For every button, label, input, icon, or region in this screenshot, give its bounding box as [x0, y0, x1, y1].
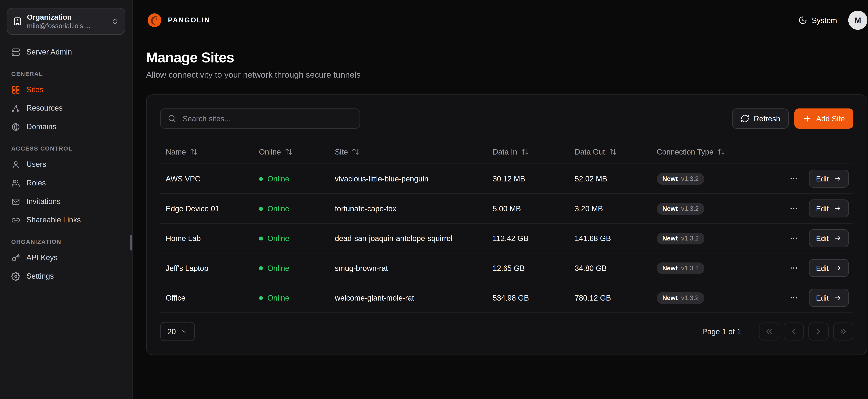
table-row: Jeff's Laptop Online smug-brown-rat 12.6…	[160, 253, 853, 283]
sidebar-item-invitations[interactable]: Invitations	[7, 192, 125, 211]
plus-icon	[803, 114, 812, 123]
site-slug-cell: smug-brown-rat	[329, 264, 487, 272]
search-box	[160, 109, 360, 129]
connection-version: v1.3.2	[681, 235, 699, 242]
org-switcher-value: milo@fossorial.io's ...	[27, 22, 106, 30]
sidebar-item-label: Invitations	[26, 197, 61, 206]
chevrons-right-icon	[839, 327, 848, 336]
connection-name: Newt	[662, 265, 678, 272]
column-label: Data Out	[575, 147, 605, 156]
row-menu-button[interactable]	[785, 200, 803, 218]
sidebar-item-label: Roles	[26, 178, 46, 188]
column-header-data-out[interactable]: Data Out	[569, 147, 651, 156]
sidebar-item-domains[interactable]: Domains	[7, 117, 125, 136]
sidebar-item-server-admin[interactable]: Server Admin	[7, 43, 125, 61]
sort-icon	[285, 148, 293, 156]
connection-name: Newt	[662, 235, 678, 242]
status-label: Online	[267, 294, 289, 302]
add-site-label: Add Site	[816, 115, 845, 123]
sort-icon	[521, 148, 529, 156]
previous-page-button[interactable]	[784, 323, 804, 340]
sidebar-item-label: Shareable Links	[26, 215, 81, 225]
chevrons-left-icon	[765, 327, 774, 336]
last-page-button[interactable]	[833, 323, 853, 340]
pangolin-logo-icon	[146, 12, 163, 29]
online-dot-icon	[259, 236, 263, 240]
theme-toggle[interactable]: System	[798, 16, 837, 25]
edit-label: Edit	[816, 294, 829, 302]
sidebar-scrollbar[interactable]	[130, 235, 132, 251]
table-row: Edge Device 01 Online fortunate-cape-fox…	[160, 194, 853, 224]
globe-icon	[11, 122, 20, 131]
ellipsis-icon	[789, 264, 798, 273]
row-menu-button[interactable]	[785, 289, 803, 307]
site-name-cell: Jeff's Laptop	[160, 264, 253, 272]
sidebar-item-resources[interactable]: Resources	[7, 99, 125, 118]
page-size-select[interactable]: 20	[160, 322, 195, 341]
connection-version: v1.3.2	[681, 175, 699, 182]
first-page-button[interactable]	[759, 323, 779, 340]
next-page-button[interactable]	[808, 323, 829, 340]
edit-button[interactable]: Edit	[809, 170, 849, 188]
connection-type-badge: Newt v1.3.2	[657, 173, 704, 185]
column-header-name[interactable]: Name	[160, 147, 253, 156]
users-icon	[11, 178, 20, 187]
edit-button[interactable]: Edit	[809, 229, 849, 247]
sidebar-item-shareable-links[interactable]: Shareable Links	[7, 211, 125, 229]
status-label: Online	[267, 204, 289, 213]
sidebar-item-users[interactable]: Users	[7, 155, 125, 174]
sort-icon	[609, 148, 617, 156]
row-menu-button[interactable]	[785, 229, 803, 247]
sidebar-item-label: Domains	[26, 122, 56, 131]
waypoints-icon	[11, 104, 20, 113]
site-status-cell: Online	[253, 264, 329, 272]
online-dot-icon	[259, 207, 263, 210]
column-header-data-in[interactable]: Data In	[487, 147, 569, 156]
server-icon	[11, 48, 20, 56]
avatar[interactable]: M	[848, 10, 867, 30]
sidebar-item-sites[interactable]: Sites	[7, 81, 125, 99]
pagination: Page 1 of 1	[702, 323, 854, 340]
row-menu-button[interactable]	[785, 170, 803, 188]
column-header-online[interactable]: Online	[253, 147, 329, 156]
data-out-cell: 780.12 GB	[569, 294, 651, 302]
data-out-cell: 34.80 GB	[569, 264, 651, 272]
sites-panel: Refresh Add Site Name Online	[146, 94, 867, 355]
page-size-value: 20	[167, 327, 176, 336]
row-menu-button[interactable]	[785, 259, 803, 277]
refresh-button[interactable]: Refresh	[732, 109, 789, 129]
edit-button[interactable]: Edit	[809, 200, 849, 218]
org-switcher[interactable]: Organization milo@fossorial.io's ...	[7, 8, 125, 35]
column-header-connection-type[interactable]: Connection Type	[651, 147, 769, 156]
connection-name: Newt	[662, 205, 678, 212]
site-slug-cell: fortunate-cape-fox	[329, 204, 487, 213]
edit-button[interactable]: Edit	[809, 259, 849, 277]
top-bar: PANGOLIN System M	[146, 0, 867, 40]
sidebar-item-roles[interactable]: Roles	[7, 174, 125, 192]
key-icon	[11, 253, 20, 262]
edit-button[interactable]: Edit	[809, 289, 849, 307]
connection-type-cell: Newt v1.3.2	[651, 292, 769, 304]
brand-logo[interactable]: PANGOLIN	[146, 12, 210, 29]
moon-icon	[798, 16, 807, 25]
table-header: Name Online Site Data In Data Out	[160, 140, 853, 164]
column-header-site[interactable]: Site	[329, 147, 487, 156]
building-icon	[13, 17, 22, 26]
connection-type-cell: Newt v1.3.2	[651, 203, 769, 214]
sidebar-item-label: API Keys	[26, 253, 58, 263]
site-status-cell: Online	[253, 175, 329, 183]
add-site-button[interactable]: Add Site	[795, 109, 854, 129]
sidebar-item-settings[interactable]: Settings	[7, 267, 125, 285]
data-out-cell: 52.02 MB	[569, 175, 651, 183]
sidebar-item-api-keys[interactable]: API Keys	[7, 248, 125, 267]
section-heading-organization: ORGANIZATION	[11, 238, 121, 245]
sort-icon	[717, 148, 725, 156]
sidebar-item-label: Resources	[26, 103, 63, 113]
table-row: AWS VPC Online vivacious-little-blue-pen…	[160, 164, 853, 194]
search-input[interactable]	[181, 114, 353, 123]
sidebar-item-label: Server Admin	[26, 47, 72, 57]
connection-version: v1.3.2	[681, 265, 699, 272]
connection-name: Newt	[662, 175, 678, 182]
online-dot-icon	[259, 266, 263, 270]
status-label: Online	[267, 264, 289, 272]
